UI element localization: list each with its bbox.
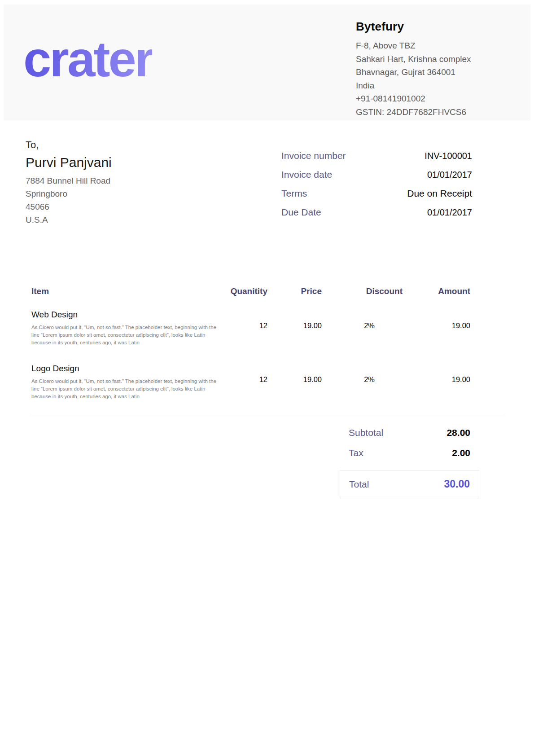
invoice-date-label: Invoice date	[281, 169, 332, 180]
meta-row-due-date: Due Date 01/01/2017	[281, 207, 472, 218]
invoice-number-label: Invoice number	[281, 150, 346, 161]
bill-to-block: To, Purvi Panjvani 7884 Bunnel Hill Road…	[26, 138, 112, 226]
item-price: 19.00	[267, 358, 322, 384]
item-description: As Cicero would put it, “Um, not so fast…	[31, 378, 220, 400]
tax-row: Tax 2.00	[340, 448, 479, 458]
meta-row-invoice-number: Invoice number INV-100001	[281, 150, 472, 161]
item-cell: Web Design As Cicero would put it, “Um, …	[31, 304, 229, 347]
customer-address-line: 7884 Bunnel Hill Road	[26, 174, 112, 187]
terms-label: Terms	[281, 188, 307, 199]
meta-row-invoice-date: Invoice date 01/01/2017	[281, 169, 472, 180]
table-bottom-divider	[29, 415, 506, 415]
customer-address-line: U.S.A	[26, 213, 112, 226]
total-label: Total	[349, 479, 369, 490]
crater-logo: crater	[23, 34, 152, 84]
subtotal-row: Subtotal 28.00	[340, 427, 479, 438]
terms-value: Due on Receipt	[407, 188, 472, 199]
company-address-line: F-8, Above TBZ	[356, 39, 471, 53]
item-discount: 2%	[322, 358, 403, 384]
subtotal-label: Subtotal	[349, 427, 383, 438]
col-header-amount: Amount	[403, 286, 470, 297]
invoice-number-value: INV-100001	[425, 151, 472, 161]
item-name: Web Design	[31, 304, 229, 321]
col-header-item: Item	[31, 286, 229, 297]
invoice-meta: Invoice number INV-100001 Invoice date 0…	[281, 150, 472, 225]
invoice-page: crater Bytefury F-8, Above TBZ Sahkari H…	[0, 0, 534, 756]
item-cell: Logo Design As Cicero would put it, “Um,…	[31, 358, 229, 400]
col-header-discount: Discount	[322, 286, 403, 297]
item-row: Web Design As Cicero would put it, “Um, …	[31, 304, 470, 347]
tax-label: Tax	[349, 448, 363, 458]
item-discount: 2%	[322, 304, 403, 330]
item-quantity: 12	[229, 304, 267, 330]
bill-to-label: To,	[26, 138, 112, 152]
item-amount: 19.00	[403, 358, 470, 384]
item-row: Logo Design As Cicero would put it, “Um,…	[31, 358, 470, 400]
meta-row-terms: Terms Due on Receipt	[281, 188, 472, 199]
company-address-line: India	[356, 79, 471, 92]
due-date-value: 01/01/2017	[427, 207, 472, 218]
item-description: As Cicero would put it, “Um, not so fast…	[31, 324, 220, 347]
tax-value: 2.00	[452, 448, 470, 458]
company-phone: +91-08141901002	[356, 92, 471, 105]
due-date-label: Due Date	[281, 207, 321, 218]
company-address-line: Sahkari Hart, Krishna complex	[356, 53, 471, 66]
total-box: Total 30.00	[340, 470, 479, 498]
item-name: Logo Design	[31, 358, 229, 374]
company-gstin: GSTIN: 24DDF7682FHVCS6	[356, 105, 471, 119]
company-block: Bytefury F-8, Above TBZ Sahkari Hart, Kr…	[356, 20, 471, 119]
item-quantity: 12	[229, 358, 267, 384]
customer-address-line: Springboro	[26, 187, 112, 200]
col-header-quantity: Quanitity	[229, 286, 267, 297]
customer-address-line: 45066	[26, 200, 112, 213]
items-table-header: Item Quanitity Price Discount Amount	[31, 286, 470, 297]
subtotal-value: 28.00	[446, 427, 470, 438]
invoice-date-value: 01/01/2017	[427, 170, 472, 180]
items-table: Item Quanitity Price Discount Amount Web…	[31, 286, 470, 400]
col-header-price: Price	[267, 286, 322, 297]
company-name: Bytefury	[356, 20, 471, 34]
customer-name: Purvi Panjvani	[26, 155, 112, 170]
company-address-line: Bhavnagar, Gujrat 364001	[356, 66, 471, 79]
total-value: 30.00	[444, 478, 470, 490]
header-band: crater Bytefury F-8, Above TBZ Sahkari H…	[4, 4, 530, 120]
item-price: 19.00	[267, 304, 322, 330]
totals-block: Subtotal 28.00 Tax 2.00 Total 30.00	[340, 427, 479, 498]
item-amount: 19.00	[403, 304, 470, 330]
